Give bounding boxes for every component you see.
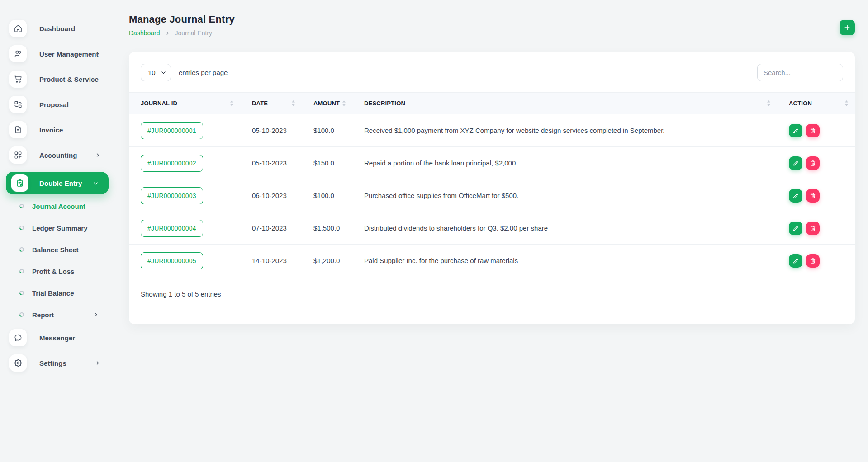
description-cell: Repaid a portion of the bank loan princi… bbox=[352, 147, 777, 179]
date-cell: 07-10-2023 bbox=[240, 212, 302, 245]
column-header-action[interactable]: ACTION bbox=[777, 93, 855, 114]
bullet-icon bbox=[19, 290, 24, 296]
sort-icon[interactable] bbox=[291, 100, 295, 107]
delete-button[interactable] bbox=[806, 156, 820, 170]
description-cell: Received $1,000 payment from XYZ Company… bbox=[352, 114, 777, 147]
sidebar-item-user-management[interactable]: User Management bbox=[0, 45, 118, 62]
sidebar-subitem-profit-loss[interactable]: Profit & Loss bbox=[0, 260, 118, 282]
bullet-icon bbox=[19, 312, 24, 317]
sidebar-item-double-entry[interactable]: Double Entry bbox=[6, 172, 109, 194]
sidebar-item-accounting[interactable]: Accounting bbox=[0, 146, 118, 164]
invoice-icon bbox=[9, 121, 27, 138]
gear-icon bbox=[9, 354, 27, 372]
trash-icon bbox=[810, 193, 816, 199]
delete-button[interactable] bbox=[806, 254, 820, 268]
sidebar-item-label: Double Entry bbox=[39, 179, 82, 187]
journal-id-badge: #JUR000000004 bbox=[141, 220, 203, 237]
sidebar-item-label: Product & Service bbox=[39, 75, 99, 83]
sidebar-subitem-label: Report bbox=[32, 311, 54, 319]
journal-id-badge: #JUR000000002 bbox=[141, 155, 203, 172]
sidebar-item-label: Settings bbox=[39, 359, 66, 367]
sidebar-item-label: Accounting bbox=[39, 151, 77, 159]
sidebar-item-product-service[interactable]: Product & Service bbox=[0, 71, 118, 88]
search-input[interactable] bbox=[757, 64, 843, 81]
entries-per-page-label: entries per page bbox=[179, 69, 228, 76]
journal-id-badge: #JUR000000001 bbox=[141, 122, 203, 139]
edit-button[interactable] bbox=[789, 222, 802, 235]
page-title: Manage Journal Entry bbox=[129, 14, 235, 25]
table-row: #JUR000000003 06-10-2023 $100.0 Purchase… bbox=[129, 179, 855, 212]
breadcrumb: Dashboard Journal Entry bbox=[129, 29, 235, 37]
sidebar-item-proposal[interactable]: Proposal bbox=[0, 96, 118, 113]
chevron-right-icon bbox=[93, 312, 99, 317]
page-header: Manage Journal Entry Dashboard Journal E… bbox=[129, 14, 855, 37]
sidebar-item-label: Proposal bbox=[39, 101, 69, 108]
sidebar-item-messenger[interactable]: Messenger bbox=[0, 329, 118, 346]
pencil-icon bbox=[792, 193, 799, 199]
edit-button[interactable] bbox=[789, 156, 802, 170]
date-cell: 14-10-2023 bbox=[240, 245, 302, 277]
date-cell: 05-10-2023 bbox=[240, 114, 302, 147]
sort-icon[interactable] bbox=[230, 100, 234, 107]
sort-icon[interactable] bbox=[844, 100, 849, 107]
page-size-select-wrap: 10 bbox=[141, 64, 171, 81]
delete-button[interactable] bbox=[806, 222, 820, 235]
column-header-description[interactable]: DESCRIPTION bbox=[352, 93, 777, 114]
amount-cell: $100.0 bbox=[302, 114, 352, 147]
bullet-icon bbox=[19, 203, 24, 209]
sidebar-subitem-label: Profit & Loss bbox=[32, 268, 74, 275]
table-row: #JUR000000005 14-10-2023 $1,200.0 Paid S… bbox=[129, 245, 855, 277]
sidebar-subitem-label: Balance Sheet bbox=[32, 246, 79, 254]
plus-icon bbox=[844, 24, 851, 31]
page-size-select[interactable]: 10 bbox=[141, 64, 171, 81]
table-controls: 10 entries per page bbox=[129, 52, 855, 92]
bullet-icon bbox=[19, 225, 24, 231]
edit-button[interactable] bbox=[789, 254, 802, 268]
edit-button[interactable] bbox=[789, 124, 802, 137]
delete-button[interactable] bbox=[806, 189, 820, 203]
amount-cell: $1,200.0 bbox=[302, 245, 352, 277]
sidebar-subitem-report[interactable]: Report bbox=[0, 304, 118, 325]
delete-button[interactable] bbox=[806, 124, 820, 137]
amount-cell: $150.0 bbox=[302, 147, 352, 179]
sidebar-item-dashboard[interactable]: Dashboard bbox=[0, 20, 118, 37]
sidebar-subitem-label: Journal Account bbox=[32, 203, 85, 210]
description-cell: Paid Supplier Inc. for the purchase of r… bbox=[352, 245, 777, 277]
pencil-icon bbox=[792, 225, 799, 231]
trash-icon bbox=[810, 258, 816, 264]
journal-entry-card: 10 entries per page JOURNAL ID bbox=[129, 52, 855, 324]
column-header-date[interactable]: DATE bbox=[240, 93, 302, 114]
double-entry-icon bbox=[11, 174, 28, 192]
sidebar-item-settings[interactable]: Settings bbox=[0, 354, 118, 372]
trash-icon bbox=[810, 127, 816, 134]
table-row: #JUR000000001 05-10-2023 $100.0 Received… bbox=[129, 114, 855, 147]
sort-icon[interactable] bbox=[342, 100, 346, 107]
description-cell: Purchased office supplies from OfficeMar… bbox=[352, 179, 777, 212]
sidebar-item-label: Invoice bbox=[39, 126, 63, 134]
amount-cell: $1,500.0 bbox=[302, 212, 352, 245]
double-entry-submenu: Journal Account Ledger Summary Balance S… bbox=[0, 195, 118, 325]
sidebar: Dashboard User Management Product & Serv… bbox=[0, 0, 118, 462]
sort-icon[interactable] bbox=[767, 100, 771, 107]
sidebar-subitem-trial-balance[interactable]: Trial Balance bbox=[0, 282, 118, 304]
trash-icon bbox=[810, 160, 816, 166]
column-header-amount[interactable]: AMOUNT bbox=[302, 93, 352, 114]
sidebar-item-label: Messenger bbox=[39, 334, 75, 342]
pencil-icon bbox=[792, 127, 799, 134]
sidebar-subitem-ledger-summary[interactable]: Ledger Summary bbox=[0, 217, 118, 239]
messenger-icon bbox=[9, 329, 27, 346]
sidebar-subitem-label: Trial Balance bbox=[32, 289, 74, 297]
sidebar-subitem-balance-sheet[interactable]: Balance Sheet bbox=[0, 239, 118, 260]
pencil-icon bbox=[792, 258, 799, 264]
breadcrumb-dashboard-link[interactable]: Dashboard bbox=[129, 29, 160, 37]
add-journal-entry-button[interactable] bbox=[840, 20, 855, 35]
pencil-icon bbox=[792, 160, 799, 166]
sidebar-subitem-journal-account[interactable]: Journal Account bbox=[0, 195, 118, 217]
sidebar-item-invoice[interactable]: Invoice bbox=[0, 121, 118, 138]
column-header-journal-id[interactable]: JOURNAL ID bbox=[129, 93, 240, 114]
users-icon bbox=[9, 45, 27, 62]
journal-entries-table: JOURNAL ID DATE AMOUNT bbox=[129, 92, 855, 277]
date-cell: 06-10-2023 bbox=[240, 179, 302, 212]
edit-button[interactable] bbox=[789, 189, 802, 203]
bullet-icon bbox=[19, 247, 24, 252]
